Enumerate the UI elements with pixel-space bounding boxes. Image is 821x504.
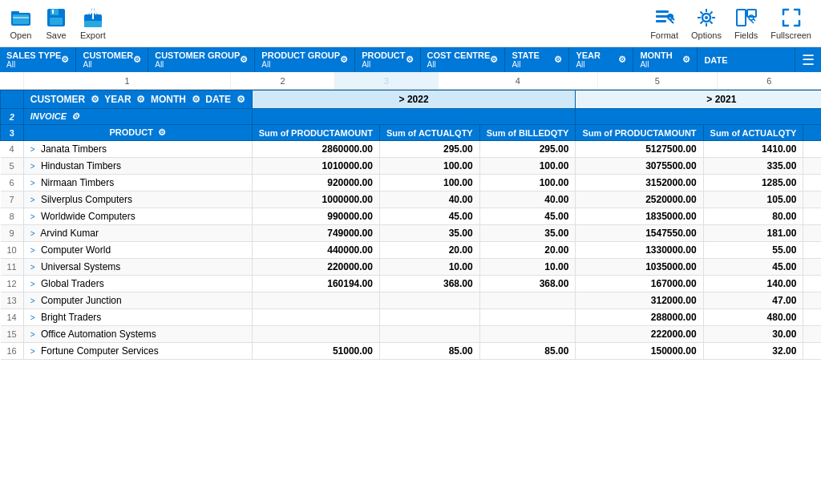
expand-icon[interactable]: >	[30, 347, 35, 356]
svg-rect-10	[656, 15, 673, 18]
actualqty-2022: 100.00	[379, 175, 479, 192]
save-label: Save	[46, 30, 66, 40]
toolbar-left: Open Save Export	[10, 6, 106, 40]
customer-cell[interactable]: > Arvind Kumar	[23, 225, 252, 242]
customer-cell[interactable]: > Silverplus Computers	[23, 192, 252, 208]
productamount-2022: 749000.00	[252, 225, 379, 242]
header-customer[interactable]: CUSTOMER ⚙ YEAR ⚙ MONTH ⚙ DATE ⚙	[23, 91, 252, 109]
options-button[interactable]: Options	[691, 6, 722, 40]
header-rownum-2: 2	[1, 109, 24, 125]
toolbar-right: Format Options Fields Fullscreen	[650, 6, 811, 40]
productamount-2022: 1010000.00	[252, 158, 379, 175]
open-button[interactable]: Open	[10, 6, 32, 40]
customer-cell[interactable]: > Computer World	[23, 242, 252, 259]
filter-product-group-gear: ⚙	[340, 54, 348, 65]
fields-button[interactable]: Fields	[734, 6, 758, 40]
customer-cell[interactable]: > Fortune Computer Services	[23, 343, 252, 360]
expand-icon[interactable]: >	[30, 263, 35, 272]
billedqty-2022: 100.00	[479, 158, 576, 175]
actualqty-2022: 100.00	[379, 158, 479, 175]
billedqty-2022: 85.00	[479, 343, 576, 360]
expand-icon[interactable]: >	[30, 212, 35, 221]
expand-icon[interactable]: >	[30, 229, 35, 238]
header-product[interactable]: PRODUCT ⚙	[23, 125, 252, 141]
row-number: 16	[1, 343, 24, 360]
expand-icon[interactable]: >	[30, 313, 35, 322]
customer-name: Worldwide Computers	[41, 211, 135, 222]
filter-customer[interactable]: CUSTOMER All ⚙	[76, 47, 148, 72]
header-invoice-2022	[252, 109, 576, 125]
expand-icon[interactable]: >	[30, 246, 35, 255]
customer-name: Hindustan Timbers	[41, 160, 121, 171]
productamount-2022: 160194.00	[252, 276, 379, 292]
svg-rect-4	[51, 9, 59, 15]
filter-product-group[interactable]: PRODUCT GROUP All ⚙	[255, 47, 355, 72]
customer-name: Office Automation Systems	[41, 329, 156, 340]
export-button[interactable]: Export	[80, 6, 106, 40]
filter-date[interactable]: DATE	[698, 47, 795, 72]
save-button[interactable]: Save	[45, 6, 67, 40]
expand-icon[interactable]: >	[30, 162, 35, 171]
filter-month[interactable]: MONTH All ⚙	[633, 47, 698, 72]
billedqty-2022	[479, 292, 576, 309]
customer-cell[interactable]: > Office Automation Systems	[23, 326, 252, 343]
header-invoice[interactable]: INVOICE ⚙	[23, 109, 252, 125]
customer-cell[interactable]: > Janata Timbers	[23, 141, 252, 158]
customer-cell[interactable]: > Bright Traders	[23, 309, 252, 326]
header-year-2021[interactable]: > 2021	[576, 91, 821, 109]
data-table-container[interactable]: CUSTOMER ⚙ YEAR ⚙ MONTH ⚙ DATE ⚙ > 2022 …	[0, 90, 821, 494]
format-button[interactable]: Format	[650, 6, 678, 40]
expand-icon[interactable]: >	[30, 280, 35, 288]
productamount-2021: 3152000.00	[576, 175, 703, 192]
customer-name: Arvind Kumar	[40, 228, 99, 239]
fullscreen-label: Fullscreen	[770, 30, 811, 40]
expand-icon[interactable]: >	[30, 296, 35, 305]
expand-icon[interactable]: >	[30, 145, 35, 154]
table-row: 16 > Fortune Computer Services 51000.00 …	[1, 343, 822, 360]
header-rownum-3: 3	[1, 125, 24, 141]
sumof-2021	[803, 141, 821, 158]
sumof-2021	[803, 225, 821, 242]
filter-state-gear: ⚙	[554, 54, 562, 65]
filter-sales-type[interactable]: SALES TYPE All ⚙	[0, 47, 76, 72]
customer-cell[interactable]: > Nirmaan Timbers	[23, 175, 252, 192]
productamount-2021: 1547550.00	[576, 225, 703, 242]
actualqty-2022: 35.00	[379, 225, 479, 242]
filter-product[interactable]: PRODUCT All ⚙	[355, 47, 420, 72]
filter-year[interactable]: YEAR All ⚙	[569, 47, 633, 72]
actualqty-2021: 47.00	[703, 292, 803, 309]
customer-cell[interactable]: > Worldwide Computers	[23, 208, 252, 225]
filter-cost-centre[interactable]: COST CENTRE All ⚙	[421, 47, 506, 72]
customer-cell[interactable]: > Universal Systems	[23, 259, 252, 276]
productamount-2022: 440000.00	[252, 242, 379, 259]
customer-name: Nirmaan Timbers	[41, 177, 114, 188]
filter-customer-group-label: CUSTOMER GROUP	[155, 50, 240, 60]
expand-icon[interactable]: >	[30, 196, 35, 204]
filter-menu-button[interactable]: ☰	[795, 47, 821, 72]
filter-state[interactable]: STATE All ⚙	[505, 47, 569, 72]
productamount-2021: 288000.00	[576, 309, 703, 326]
filter-customer-group[interactable]: CUSTOMER GROUP All ⚙	[148, 47, 255, 72]
fullscreen-button[interactable]: Fullscreen	[770, 6, 811, 40]
svg-rect-6	[52, 10, 54, 14]
productamount-2021: 222000.00	[576, 326, 703, 343]
customer-cell[interactable]: > Hindustan Timbers	[23, 158, 252, 175]
expand-icon[interactable]: >	[30, 330, 35, 339]
table-row: 12 > Global Traders 160194.00 368.00 368…	[1, 276, 822, 292]
expand-icon[interactable]: >	[30, 179, 35, 187]
filter-sales-type-label: SALES TYPE	[6, 50, 61, 60]
customer-cell[interactable]: > Computer Junction	[23, 292, 252, 309]
productamount-2022	[252, 292, 379, 309]
filter-product-value: All	[362, 60, 405, 69]
filter-product-gear: ⚙	[406, 54, 414, 65]
customer-cell[interactable]: > Global Traders	[23, 276, 252, 292]
actualqty-2021: 30.00	[703, 326, 803, 343]
billedqty-2022: 368.00	[479, 276, 576, 292]
productamount-2021: 167000.00	[576, 276, 703, 292]
sumof-2021	[803, 326, 821, 343]
sumof-2021	[803, 309, 821, 326]
actualqty-2021: 80.00	[703, 208, 803, 225]
header-billedqty-2022: Sum of BILLEDQTY	[479, 125, 576, 141]
actualqty-2022: 40.00	[379, 192, 479, 208]
header-year-2022[interactable]: > 2022	[252, 91, 576, 109]
